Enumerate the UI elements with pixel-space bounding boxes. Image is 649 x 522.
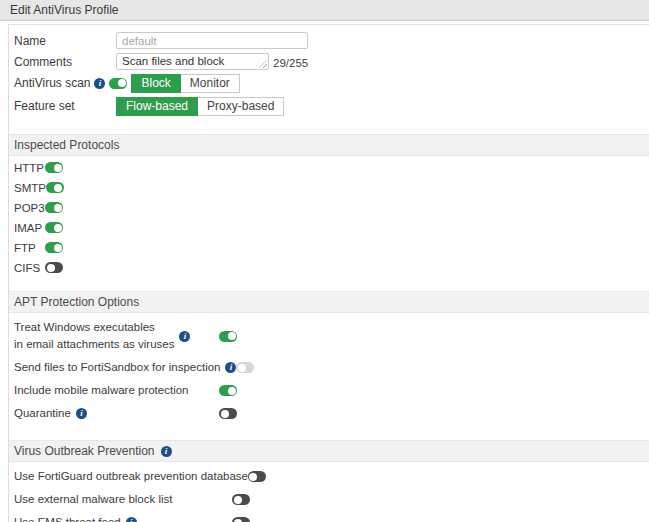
use-ems-threat-feed-toggle[interactable]	[232, 517, 250, 522]
option-row-use-ems-threat-feed: Use EMS threat feedi	[14, 514, 649, 522]
virus-outbreak-rows: Use FortiGuard outbreak prevention datab…	[9, 462, 649, 522]
info-icon[interactable]: i	[161, 446, 172, 457]
flow-based-button[interactable]: Flow-based	[116, 97, 198, 116]
toggle-knob	[54, 224, 62, 232]
pop3-toggle[interactable]	[45, 202, 63, 213]
inspected-protocols-title: Inspected Protocols	[14, 138, 119, 152]
protocol-label-http: HTTP	[14, 162, 45, 174]
comments-row: Comments Scan files and block viruses. 2…	[14, 53, 649, 70]
inspected-protocols-section-header: Inspected Protocols	[9, 134, 649, 156]
protocol-label-ftp: FTP	[14, 242, 45, 254]
option-label-use-ems-threat-feed: Use EMS threat feedi	[14, 514, 232, 522]
virus-outbreak-section-header: Virus Outbreak Prevention i	[9, 440, 649, 462]
name-row: Name	[14, 32, 649, 49]
virus-outbreak-title: Virus Outbreak Prevention	[14, 444, 155, 458]
protocol-row-pop3: POP3	[14, 202, 649, 213]
option-label-include-mobile-malware-protection: Include mobile malware protection	[14, 382, 219, 399]
use-fortiguard-outbreak-prevention-database-toggle[interactable]	[248, 471, 266, 482]
option-label-text: Use FortiGuard outbreak prevention datab…	[14, 468, 248, 485]
comments-textarea[interactable]: Scan files and block viruses.	[116, 53, 269, 70]
protocol-label-pop3: POP3	[14, 202, 45, 214]
toggle-knob	[234, 496, 242, 504]
smtp-toggle[interactable]	[46, 182, 64, 193]
apt-protection-section-header: APT Protection Options	[9, 291, 649, 313]
toggle-knob	[234, 519, 242, 522]
protocol-row-cifs: CIFS	[14, 262, 649, 273]
option-label-text: Include mobile malware protection	[14, 382, 189, 399]
antivirus-scan-label-group: AntiVirus scan i	[14, 74, 131, 90]
comments-label: Comments	[14, 53, 116, 69]
feature-set-group: Flow-based Proxy-based	[116, 97, 284, 116]
option-label-text: Use EMS threat feed	[14, 514, 121, 522]
option-label-send-files-to-fortisandbox: Send files to FortiSandbox for inspectio…	[14, 359, 236, 376]
toggle-knob	[54, 164, 62, 172]
protocol-row-imap: IMAP	[14, 222, 649, 233]
toggle-knob	[221, 410, 229, 418]
toggle-knob	[238, 364, 246, 372]
http-toggle[interactable]	[45, 162, 63, 173]
imap-toggle[interactable]	[45, 222, 63, 233]
toggle-knob	[228, 332, 236, 340]
toggle-knob	[228, 387, 236, 395]
page-title: Edit AntiVirus Profile	[0, 0, 649, 21]
comments-wrap: Scan files and block viruses.	[116, 53, 269, 70]
protocol-label-cifs: CIFS	[14, 262, 45, 274]
treat-windows-executables-toggle[interactable]	[219, 331, 237, 342]
protocol-row-ftp: FTP	[14, 242, 649, 253]
option-label-quarantine: Quarantinei	[14, 405, 219, 422]
option-label-text: Use external malware block list	[14, 491, 173, 508]
info-icon[interactable]: i	[94, 78, 105, 89]
antivirus-scan-label: AntiVirus scan	[14, 76, 90, 90]
ftp-toggle[interactable]	[45, 242, 63, 253]
info-icon[interactable]: i	[225, 362, 236, 373]
include-mobile-malware-protection-toggle[interactable]	[219, 385, 237, 396]
profile-form: Name Comments Scan files and block virus…	[9, 25, 649, 116]
info-icon[interactable]: i	[76, 408, 87, 419]
edit-antivirus-profile-panel: Name Comments Scan files and block virus…	[8, 24, 649, 522]
inspected-protocols-rows: HTTPSMTPPOP3IMAPFTPCIFS	[9, 156, 649, 273]
name-label: Name	[14, 32, 116, 48]
option-row-treat-windows-executables: Treat Windows executablesin email attach…	[14, 319, 649, 353]
protocol-label-imap: IMAP	[14, 222, 45, 234]
toggle-knob	[118, 79, 126, 87]
option-label-text: Send files to FortiSandbox for inspectio…	[14, 359, 220, 376]
info-icon[interactable]: i	[126, 517, 137, 522]
info-icon[interactable]: i	[179, 331, 190, 342]
option-row-quarantine: Quarantinei	[14, 405, 649, 422]
comments-char-counter: 29/255	[273, 57, 308, 70]
protocol-label-smtp: SMTP	[14, 182, 46, 194]
send-files-to-fortisandbox-toggle[interactable]	[236, 362, 254, 373]
toggle-knob	[47, 264, 55, 272]
option-row-include-mobile-malware-protection: Include mobile malware protection	[14, 382, 649, 399]
feature-set-row: Feature set Flow-based Proxy-based	[14, 97, 649, 116]
toggle-knob	[249, 473, 257, 481]
option-row-send-files-to-fortisandbox: Send files to FortiSandbox for inspectio…	[14, 359, 649, 376]
option-label-treat-windows-executables: Treat Windows executablesin email attach…	[14, 319, 219, 353]
apt-protection-title: APT Protection Options	[14, 295, 139, 309]
antivirus-scan-row: AntiVirus scan i Block Monitor	[14, 74, 649, 93]
antivirus-scan-mode-group: Block Monitor	[131, 74, 239, 93]
option-label-text: Quarantine	[14, 405, 71, 422]
option-row-use-fortiguard-outbreak-prevention-database: Use FortiGuard outbreak prevention datab…	[14, 468, 649, 485]
proxy-based-button[interactable]: Proxy-based	[197, 97, 284, 116]
monitor-button[interactable]: Monitor	[180, 74, 240, 93]
toggle-knob	[54, 204, 62, 212]
option-label-use-external-malware-block-list: Use external malware block list	[14, 491, 232, 508]
block-button[interactable]: Block	[131, 74, 180, 93]
toggle-knob	[54, 244, 62, 252]
option-label-use-fortiguard-outbreak-prevention-database: Use FortiGuard outbreak prevention datab…	[14, 468, 248, 485]
toggle-knob	[54, 184, 62, 192]
protocol-row-smtp: SMTP	[14, 182, 649, 193]
antivirus-scan-toggle[interactable]	[109, 78, 127, 89]
cifs-toggle[interactable]	[45, 262, 63, 273]
option-row-use-external-malware-block-list: Use external malware block list	[14, 491, 649, 508]
protocol-row-http: HTTP	[14, 162, 649, 173]
option-label-text: Treat Windows executablesin email attach…	[14, 319, 174, 353]
name-input[interactable]	[116, 32, 308, 49]
use-external-malware-block-list-toggle[interactable]	[232, 494, 250, 505]
apt-protection-rows: Treat Windows executablesin email attach…	[9, 313, 649, 422]
feature-set-label: Feature set	[14, 97, 116, 113]
quarantine-toggle[interactable]	[219, 408, 237, 419]
